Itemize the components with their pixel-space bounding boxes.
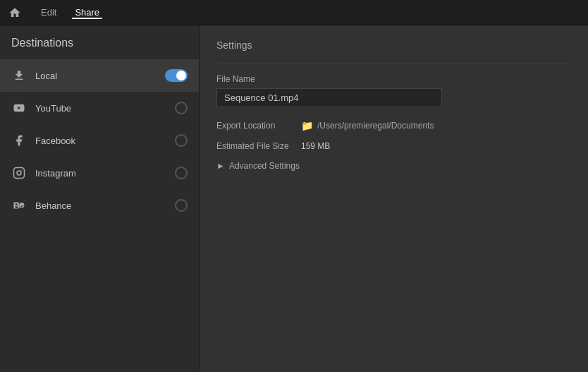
instagram-label: Instagram (35, 168, 175, 179)
menu-bar: Edit Share (0, 0, 588, 25)
sidebar: Destinations Local YouTube (0, 25, 200, 372)
instagram-toggle[interactable] (175, 167, 188, 179)
upload-icon (11, 68, 27, 83)
share-menu[interactable]: Share (72, 6, 102, 19)
svg-point-1 (17, 171, 21, 175)
behance-label: Behance (35, 200, 175, 211)
facebook-label: Facebook (35, 136, 175, 146)
file-name-label: File Name (216, 74, 255, 84)
export-location-label: Export Location (216, 121, 301, 131)
folder-icon: 📁 (301, 120, 313, 131)
behance-icon (11, 198, 27, 213)
sidebar-item-behance[interactable]: Behance (0, 189, 199, 222)
sidebar-item-facebook[interactable]: Facebook (0, 124, 199, 157)
estimated-size-label: Estimated File Size (216, 141, 301, 151)
svg-point-2 (21, 169, 23, 171)
sidebar-item-local[interactable]: Local (0, 59, 199, 92)
content-panel: Settings File Name Export Location 📁 /Us… (200, 25, 588, 372)
export-location-row: Export Location 📁 /Users/premieregal/Doc… (216, 120, 571, 131)
file-name-input[interactable] (216, 88, 442, 107)
local-toggle[interactable] (165, 69, 188, 82)
youtube-toggle[interactable] (175, 102, 188, 114)
local-label: Local (35, 71, 165, 81)
advanced-settings-row[interactable]: ► Advanced Settings (216, 161, 571, 171)
sidebar-title: Destinations (0, 37, 199, 59)
edit-menu[interactable]: Edit (38, 6, 59, 19)
youtube-icon (11, 100, 27, 116)
export-location-path: /Users/premieregal/Documents (317, 121, 434, 131)
estimated-size-value: 159 MB (301, 141, 330, 151)
instagram-icon (11, 165, 27, 181)
divider-top (216, 64, 571, 64)
sidebar-item-instagram[interactable]: Instagram (0, 157, 199, 189)
facebook-toggle[interactable] (175, 134, 188, 147)
settings-title: Settings (216, 40, 571, 51)
estimated-size-row: Estimated File Size 159 MB (216, 141, 571, 151)
chevron-right-icon: ► (216, 161, 225, 171)
svg-rect-0 (14, 168, 25, 179)
youtube-label: YouTube (35, 103, 175, 114)
advanced-settings-label: Advanced Settings (229, 161, 300, 171)
behance-toggle[interactable] (175, 199, 188, 212)
file-name-row: File Name (216, 74, 571, 107)
sidebar-item-youtube[interactable]: YouTube (0, 92, 199, 124)
toggle-knob (176, 71, 186, 80)
home-button[interactable] (8, 6, 21, 19)
facebook-icon (11, 133, 27, 148)
main-layout: Destinations Local YouTube (0, 25, 588, 372)
